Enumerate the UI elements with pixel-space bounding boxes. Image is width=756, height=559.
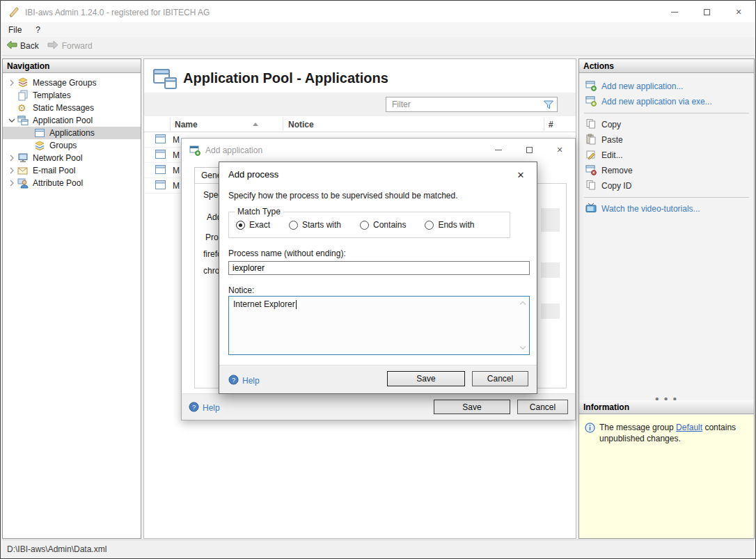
add-application-footer: ? Help Save Cancel: [182, 393, 575, 420]
nav-item-applications[interactable]: Applications: [3, 127, 141, 139]
radio-starts-with[interactable]: Starts with: [289, 220, 341, 230]
filter-input[interactable]: [386, 97, 557, 111]
radio-label: Exact: [249, 220, 270, 230]
scroll-down-icon[interactable]: [520, 345, 526, 350]
column-name[interactable]: Name: [175, 120, 198, 129]
nav-item-email-pool[interactable]: E-mail Pool: [3, 164, 141, 177]
cancel-button[interactable]: Cancel: [472, 371, 528, 386]
expander-spacer: [23, 127, 34, 139]
minimize-icon: [495, 150, 502, 150]
actions-divider: [584, 113, 749, 113]
menu-file[interactable]: File: [1, 23, 29, 37]
application-icon: [155, 180, 166, 191]
filter-funnel-icon[interactable]: [543, 100, 554, 112]
column-divider: [544, 118, 544, 131]
menu-help[interactable]: ?: [29, 23, 47, 37]
navigation-toolbar: Back Forward: [1, 37, 755, 56]
chevron-right-icon[interactable]: [6, 152, 17, 164]
dialog-close-button[interactable]: ✕: [512, 167, 529, 182]
help-link[interactable]: ? Help: [228, 375, 260, 387]
save-label: Save: [462, 402, 481, 412]
expander-spacer: [6, 102, 17, 113]
radio-selected-icon: [236, 221, 245, 230]
paste-action[interactable]: Paste: [579, 132, 754, 148]
nav-item-application-pool[interactable]: Application Pool: [3, 114, 141, 127]
cancel-button[interactable]: Cancel: [517, 400, 568, 414]
nav-item-network-pool[interactable]: Network Pool: [3, 152, 141, 164]
help-icon: ?: [189, 402, 199, 414]
back-button[interactable]: Back: [1, 38, 43, 54]
copy-action[interactable]: Copy: [579, 117, 754, 132]
action-label: Copy: [601, 120, 621, 129]
help-label: Help: [242, 376, 260, 386]
navigation-panel: Navigation Message Groups Templates ⚙ St…: [2, 58, 141, 539]
chevron-right-icon[interactable]: [6, 77, 17, 88]
nav-item-attribute-pool[interactable]: Attribute Pool: [3, 177, 141, 189]
action-label: Remove: [601, 166, 633, 175]
minimize-button[interactable]: [659, 1, 691, 22]
process-name-input[interactable]: [228, 261, 530, 275]
nav-item-message-groups[interactable]: Message Groups: [3, 77, 141, 89]
actions-header: Actions: [579, 59, 754, 73]
nav-item-templates[interactable]: Templates: [3, 89, 141, 102]
column-notice[interactable]: Notice: [288, 120, 314, 129]
radio-ends-with[interactable]: Ends with: [425, 220, 474, 230]
copy-id-action[interactable]: Copy ID: [579, 178, 754, 194]
dialog-minimize-button[interactable]: [483, 139, 514, 161]
titlebar: IBI-aws Admin 1.24.0 - registered for IB…: [1, 1, 755, 22]
column-count[interactable]: #: [549, 120, 553, 129]
add-new-application-link[interactable]: Add new application...: [579, 79, 754, 94]
add-process-footer: ? Help Save Cancel: [219, 365, 537, 393]
add-new-application-via-exe-link[interactable]: Add new application via exe...: [579, 94, 754, 109]
scroll-up-icon[interactable]: [520, 301, 526, 306]
actions-panel: Actions Add new application... Add new a…: [578, 58, 755, 539]
process-name-label: Process name (without ending):: [228, 249, 346, 258]
nav-item-static-messages[interactable]: ⚙ Static Messages: [3, 102, 141, 114]
forward-button[interactable]: Forward: [43, 38, 97, 54]
application-icon: [155, 165, 166, 176]
nav-label: Message Groups: [33, 78, 96, 88]
add-process-dialog: Add process ✕ Specify how the process to…: [219, 162, 537, 394]
app-logo-icon: [8, 6, 20, 20]
page-title: Application Pool - Applications: [183, 70, 388, 86]
paste-icon: [585, 134, 597, 147]
watch-video-tutorials-link[interactable]: Watch the video-tutorials...: [579, 201, 754, 216]
back-label: Back: [20, 41, 39, 51]
dialog-close-button[interactable]: ✕: [544, 139, 575, 161]
edit-pencil-icon: [585, 149, 597, 162]
application-icon: [155, 150, 166, 161]
network-pool-icon: [17, 152, 29, 164]
nav-label: Templates: [33, 90, 71, 100]
maximize-button[interactable]: [691, 1, 723, 22]
dialog-maximize-button[interactable]: [514, 139, 544, 161]
notice-textarea[interactable]: Internet Explorer: [228, 296, 530, 355]
notice-value: Internet Explorer: [233, 299, 295, 309]
nav-item-groups[interactable]: Groups: [3, 139, 141, 152]
filter-bar: [144, 93, 576, 116]
chevron-right-icon[interactable]: [6, 178, 17, 189]
text-caret: [296, 300, 297, 309]
nav-label: Network Pool: [33, 153, 82, 163]
save-button[interactable]: Save: [434, 400, 510, 414]
remove-action[interactable]: Remove: [579, 163, 754, 178]
chevron-down-icon[interactable]: [6, 115, 17, 126]
svg-text:?: ?: [192, 404, 196, 411]
radio-icon: [425, 221, 434, 230]
app-window: IBI-aws Admin 1.24.0 - registered for IB…: [0, 0, 756, 559]
default-group-link[interactable]: Default: [676, 423, 702, 432]
save-button[interactable]: Save: [387, 371, 465, 386]
hidden-content-block: [541, 304, 560, 319]
action-label: Edit...: [601, 150, 623, 160]
edit-action[interactable]: Edit...: [579, 148, 754, 163]
actions-list: Add new application... Add new applicati…: [579, 73, 754, 216]
radio-contains[interactable]: Contains: [360, 220, 406, 230]
cancel-label: Cancel: [530, 402, 556, 412]
notice-label: Notice:: [228, 285, 254, 295]
radio-exact[interactable]: Exact: [236, 220, 270, 230]
radio-label: Ends with: [438, 220, 474, 230]
close-button[interactable]: ✕: [723, 1, 755, 22]
chevron-right-icon[interactable]: [6, 165, 17, 176]
static-messages-icon: ⚙: [17, 102, 29, 113]
help-link[interactable]: ? Help: [189, 402, 220, 414]
minimize-icon: [671, 12, 678, 13]
